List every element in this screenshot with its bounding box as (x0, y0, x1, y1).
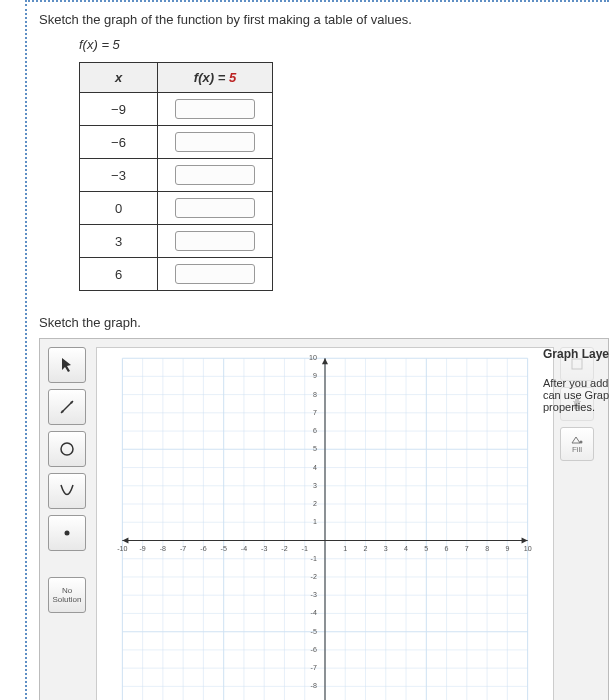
cell-x: 0 (80, 192, 158, 225)
instructions-text: Sketch the graph of the function by firs… (39, 12, 609, 27)
svg-text:-5: -5 (221, 545, 227, 553)
line-tool[interactable] (48, 389, 86, 425)
svg-text:-10: -10 (117, 545, 127, 553)
function-definition: f(x) = 5 (79, 37, 609, 52)
layers-line3: properties. (543, 401, 609, 413)
svg-text:-9: -9 (139, 545, 145, 553)
header-x: x (80, 63, 158, 93)
table-row: 3 (80, 225, 273, 258)
svg-text:-8: -8 (160, 545, 166, 553)
svg-text:-8: -8 (311, 682, 317, 690)
svg-text:10: 10 (309, 354, 317, 362)
pointer-tool[interactable] (48, 347, 86, 383)
svg-text:-1: -1 (311, 555, 317, 563)
svg-text:-4: -4 (311, 609, 317, 617)
line-icon (58, 398, 76, 416)
answer-input-2[interactable] (175, 165, 255, 185)
fn-rhs: 5 (113, 37, 120, 52)
parabola-tool[interactable] (48, 473, 86, 509)
svg-text:8: 8 (313, 391, 317, 399)
header-fx-value: 5 (229, 70, 236, 85)
svg-marker-49 (322, 358, 328, 364)
svg-marker-48 (122, 537, 128, 543)
svg-text:6: 6 (445, 545, 449, 553)
table-row: −9 (80, 93, 273, 126)
table-row: 6 (80, 258, 273, 291)
fill-icon (570, 435, 584, 445)
table-row: −6 (80, 126, 273, 159)
table-row: −3 (80, 159, 273, 192)
no-solution-button[interactable]: NoSolution (48, 577, 86, 613)
point-icon (61, 527, 73, 539)
svg-text:-3: -3 (311, 591, 317, 599)
fn-lhs: f(x) (79, 37, 98, 52)
svg-text:4: 4 (404, 545, 408, 553)
pointer-icon (59, 357, 75, 373)
sketch-label: Sketch the graph. (39, 315, 609, 330)
fill-button[interactable]: Fill (560, 427, 594, 461)
svg-text:-6: -6 (311, 646, 317, 654)
point-tool[interactable] (48, 515, 86, 551)
answer-input-5[interactable] (175, 264, 255, 284)
svg-text:7: 7 (313, 409, 317, 417)
answer-input-4[interactable] (175, 231, 255, 251)
graph-canvas[interactable]: {} -10-9-8-7-6-5-4-3-2-112345678910-10-9… (96, 347, 554, 700)
cell-x: −9 (80, 93, 158, 126)
answer-input-0[interactable] (175, 99, 255, 119)
svg-text:4: 4 (313, 464, 317, 472)
svg-point-92 (580, 440, 583, 443)
svg-text:3: 3 (384, 545, 388, 553)
svg-text:9: 9 (505, 545, 509, 553)
svg-text:2: 2 (364, 545, 368, 553)
svg-text:-2: -2 (311, 573, 317, 581)
svg-text:1: 1 (343, 545, 347, 553)
table-row: 0 (80, 192, 273, 225)
layers-line1: After you add a (543, 377, 609, 389)
svg-point-4 (65, 531, 70, 536)
fill-label: Fill (572, 445, 582, 454)
svg-text:6: 6 (313, 427, 317, 435)
svg-text:5: 5 (424, 545, 428, 553)
parabola-icon (58, 482, 76, 500)
values-table: x f(x) = 5 −9 −6 −3 0 3 6 (79, 62, 273, 291)
svg-text:10: 10 (524, 545, 532, 553)
header-fx: f(x) = 5 (158, 63, 273, 93)
tool-column: NoSolution (48, 347, 90, 700)
svg-text:2: 2 (313, 500, 317, 508)
coordinate-grid: {} -10-9-8-7-6-5-4-3-2-112345678910-10-9… (97, 348, 553, 700)
svg-text:1: 1 (313, 518, 317, 526)
svg-text:-6: -6 (200, 545, 206, 553)
svg-text:-2: -2 (281, 545, 287, 553)
svg-point-3 (61, 443, 73, 455)
svg-marker-47 (522, 537, 528, 543)
svg-text:-4: -4 (241, 545, 247, 553)
layers-heading: Graph Layers (543, 347, 609, 361)
circle-icon (58, 440, 76, 458)
cell-x: 6 (80, 258, 158, 291)
answer-input-3[interactable] (175, 198, 255, 218)
circle-tool[interactable] (48, 431, 86, 467)
graphing-tool: NoSolution {} -10-9-8-7-6-5-4-3-2-112345… (39, 338, 609, 700)
answer-input-1[interactable] (175, 132, 255, 152)
svg-text:-5: -5 (311, 628, 317, 636)
svg-text:9: 9 (313, 372, 317, 380)
svg-text:5: 5 (313, 445, 317, 453)
svg-text:-7: -7 (180, 545, 186, 553)
svg-text:-3: -3 (261, 545, 267, 553)
header-fx-label: f(x) = (194, 70, 229, 85)
svg-text:3: 3 (313, 482, 317, 490)
layers-line2: can use Graph (543, 389, 609, 401)
svg-text:-1: -1 (302, 545, 308, 553)
svg-text:7: 7 (465, 545, 469, 553)
graph-layers-panel: Graph Layers After you add a can use Gra… (543, 347, 609, 413)
svg-text:-7: -7 (311, 664, 317, 672)
svg-text:8: 8 (485, 545, 489, 553)
cell-x: −3 (80, 159, 158, 192)
cell-x: −6 (80, 126, 158, 159)
cell-x: 3 (80, 225, 158, 258)
